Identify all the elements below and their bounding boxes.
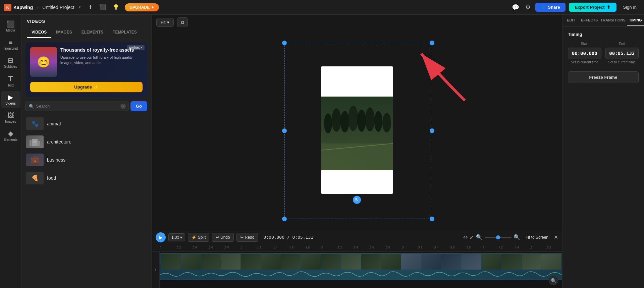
handle-ml[interactable] [282, 128, 287, 133]
video-top-white [321, 66, 393, 97]
sidebar-item-subtitles[interactable]: ⊟ Subtitles [1, 54, 20, 71]
ruler-mark-04: :0.4 [192, 246, 197, 249]
app-logo[interactable]: K Kapwing [4, 4, 33, 11]
set-end-current-link[interactable]: Set to current time [605, 60, 639, 64]
zoom-fullscreen-icon[interactable]: ⤢ [470, 234, 474, 240]
copy-layout-button[interactable]: ⧉ [177, 17, 188, 27]
sidebar-icons: ⬛ Media ≡ Transcript ⊟ Subtitles T Text … [0, 15, 21, 288]
project-caret-icon[interactable]: ▾ [79, 5, 81, 9]
split-button[interactable]: ⚡ Split [188, 233, 209, 242]
zoom-in-icon[interactable]: 🔍 [514, 234, 520, 240]
svg-rect-0 [30, 140, 32, 146]
media-icon: ⬛ [6, 21, 15, 27]
time-display: 0:00.000 / 0:05.131 [263, 235, 313, 240]
upload-button[interactable]: ⬆ [86, 3, 95, 12]
zoom-fit-icon[interactable]: ⇔ [463, 234, 468, 240]
speed-button[interactable]: 1.0x ▾ [168, 233, 185, 241]
tab-timing[interactable]: TIMING [627, 15, 644, 26]
settings-button[interactable]: ⚙ [524, 2, 532, 12]
signin-button[interactable]: Sign In [620, 3, 640, 12]
timing-end-input[interactable] [605, 48, 639, 59]
promo-upgrade-button[interactable]: Upgrade ✨ [30, 82, 143, 92]
handle-bl[interactable] [282, 217, 287, 221]
tab-transitions[interactable]: TRANSITIONS [599, 15, 627, 26]
rotate-handle[interactable]: ↻ [353, 196, 361, 204]
ruler-mark-3: :3 [401, 246, 404, 249]
sidebar-item-videos[interactable]: ▶ Videos [1, 91, 20, 108]
chat-button[interactable]: 💬 [511, 2, 521, 12]
canvas-video-element[interactable]: ↻ [321, 66, 393, 194]
export-button[interactable]: Export Project ⬆ [569, 3, 616, 12]
svg-rect-1 [32, 139, 38, 146]
redo-button[interactable]: ↪ Redo [236, 233, 258, 242]
track-clip[interactable] [160, 253, 562, 280]
svg-point-12 [374, 111, 382, 132]
tab-images[interactable]: IMAGES [51, 27, 76, 38]
project-name-label[interactable]: Untitled Project [42, 5, 74, 10]
handle-br[interactable] [430, 217, 434, 221]
zoom-slider[interactable] [485, 237, 512, 238]
sidebar-videos-label: Videos [5, 102, 15, 105]
list-item[interactable]: architecture [23, 133, 149, 151]
canvas-toolbar: Fit ▾ ⧉ [152, 15, 562, 30]
sidebar-item-media[interactable]: ⬛ Media [1, 18, 20, 35]
canvas-video [321, 66, 393, 194]
sidebar-item-elements[interactable]: ◆ Elements [1, 127, 20, 144]
undo-icon: ↩ [216, 235, 219, 240]
promo-subtext: Upgrade to use our full library of high … [60, 55, 143, 65]
topbar: K Kapwing › Untitled Project ▾ ⬆ ⬛ 💡 UPG… [0, 0, 644, 15]
right-tabs: EDIT EFFECTS TRANSITIONS TIMING [562, 15, 644, 26]
search-input-wrap: 🔍 × [25, 101, 128, 111]
close-timeline-button[interactable]: ✕ [554, 234, 558, 240]
clear-search-icon[interactable]: × [120, 104, 126, 109]
transcript-icon: ≡ [9, 39, 13, 46]
zoom-controls: ⇔ ⤢ 🔍 🔍 [463, 234, 520, 240]
list-item[interactable]: 🐾 animal [23, 115, 149, 133]
search-row: 🔍 × Go [25, 101, 147, 111]
ruler-mark-32: :3.2 [417, 246, 422, 249]
share-button[interactable]: 👤 Share [535, 3, 566, 12]
search-input[interactable] [25, 101, 128, 111]
ruler-mark-24: :2.4 [353, 246, 358, 249]
sidebar-item-images[interactable]: 🖼 Images [1, 109, 20, 126]
tab-templates[interactable]: TEMPLATES [108, 27, 142, 38]
timing-start-input[interactable] [568, 48, 601, 59]
fit-button[interactable]: Fit ▾ [156, 18, 174, 27]
upgrade-button[interactable]: UPGRADE ✦ [125, 3, 159, 11]
share-icon: 👤 [541, 5, 546, 10]
tab-effects[interactable]: EFFECTS [580, 15, 599, 26]
tab-videos[interactable]: VIDEOS [27, 27, 51, 38]
images-icon: 🖼 [7, 112, 14, 119]
panel-title: VIDEOS [27, 19, 146, 24]
svg-point-7 [332, 108, 341, 132]
svg-rect-4 [35, 141, 37, 143]
timeline-magnifier-button[interactable]: 🔍 [549, 276, 558, 285]
go-button[interactable]: Go [130, 101, 147, 111]
handle-tr[interactable] [430, 41, 434, 45]
list-item[interactable]: 🍕 food [23, 169, 149, 187]
promo-tag: portrait × [127, 45, 145, 50]
comments-button[interactable]: ⬛ [97, 3, 108, 12]
handle-tl[interactable] [282, 41, 287, 45]
timing-start-col: Start Set to current time [568, 42, 601, 64]
ruler-mark-36: :3.6 [449, 246, 454, 249]
freeze-frame-button[interactable]: Freeze Frame [568, 71, 639, 83]
sidebar-item-transcript[interactable]: ≡ Transcript [1, 36, 20, 53]
canvas-viewport[interactable]: ↻ [152, 30, 562, 230]
handle-mr[interactable] [430, 128, 434, 133]
set-start-current-link[interactable]: Set to current time [568, 60, 601, 64]
tab-elements[interactable]: ELEMENTS [77, 27, 108, 38]
video-list: 🐾 animal architecture 💼 [21, 115, 151, 288]
tab-edit[interactable]: EDIT [562, 15, 580, 26]
timeline-area: 0 :0.2 :0.4 :0.6 :0.8 :1 :1.2 :1.4 :1.6 … [152, 244, 562, 288]
play-button[interactable]: ▶ [156, 232, 166, 242]
sidebar-media-label: Media [6, 28, 15, 32]
undo-button[interactable]: ↩ Undo [212, 233, 234, 242]
fit-to-screen-button[interactable]: Fit to Screen [523, 234, 551, 241]
panel-header: VIDEOS VIDEOS IMAGES ELEMENTS TEMPLATES [21, 15, 151, 38]
sidebar-item-text[interactable]: T Text [1, 72, 20, 90]
lightbulb-button[interactable]: 💡 [111, 3, 121, 12]
track-content[interactable] [160, 252, 562, 288]
list-item[interactable]: 💼 business [23, 151, 149, 169]
zoom-out-icon[interactable]: 🔍 [476, 234, 483, 240]
